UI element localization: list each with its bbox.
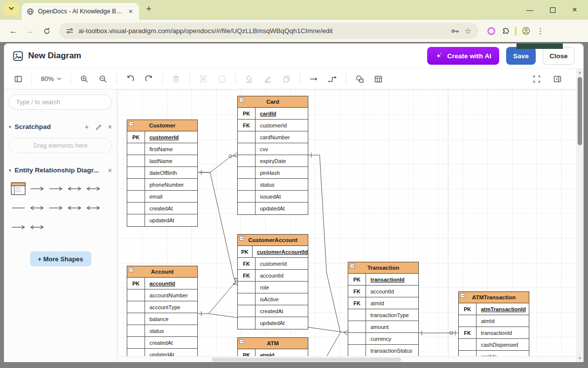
right-panel-toggle-icon[interactable] [551,73,564,85]
vertical-scrollbar-thumb[interactable] [578,77,582,145]
entity-CustomerAccount[interactable]: CustomerAccountPKcustomerAccountIdFKcust… [237,234,308,329]
more-shapes-button[interactable]: + More Shapes [30,251,91,266]
scratchpad-add-icon[interactable]: + [85,123,89,130]
entity-header[interactable]: ATMTransaction [459,292,529,303]
entity-row[interactable]: PKtransactionId [348,274,418,286]
palette-shape-arrow-r[interactable] [9,217,28,237]
entity-row[interactable]: phoneNumber [127,179,197,191]
erd-section-header[interactable]: ▾ Entity Relationship Diagr... × [9,166,112,174]
entity-header[interactable]: Customer [127,120,197,131]
scratchpad-section-header[interactable]: ▾ Scratchpad + × [9,123,112,130]
straight-connector-icon[interactable] [307,73,320,85]
palette-shape-plain[interactable] [9,198,28,217]
delete-icon[interactable] [170,73,183,85]
palette-shape-arrow-l[interactable] [84,198,103,217]
vertical-scrollbar[interactable]: ▲ ▼ [576,69,584,362]
collapse-caret-icon[interactable]: ▾ [9,168,11,173]
entity-row[interactable]: createdAt [127,203,197,214]
window-close-icon[interactable]: × [572,5,577,15]
entity-row[interactable]: accountType [127,301,197,313]
entity-header[interactable]: CustomerAccount [238,235,308,246]
puzzle-extensions-icon[interactable] [501,27,510,36]
entity-header[interactable]: Account [127,266,197,278]
line-color-icon[interactable] [261,73,274,85]
entity-Account[interactable]: AccountPKaccountIdaccountNumberaccountTy… [127,266,198,361]
reload-icon[interactable] [39,24,54,39]
palette-shape-arrow-l[interactable] [28,217,46,237]
entity-row[interactable]: updatedAt [238,317,308,329]
zoom-in-icon[interactable] [78,73,91,85]
password-key-icon[interactable] [451,28,460,35]
new-tab-button[interactable]: + [146,1,151,14]
collapse-icon[interactable] [129,122,134,126]
zoom-level-dropdown[interactable]: 80% [39,75,64,82]
entity-row[interactable]: cashDispensed [459,339,529,351]
entity-row[interactable]: amount [348,321,418,333]
entity-row[interactable]: firstName [127,143,197,155]
insert-shape-icon[interactable] [353,73,366,85]
scratchpad-dropzone[interactable]: Drag elements here [9,138,112,153]
entity-row[interactable]: FKtransactionId [459,327,529,339]
back-icon[interactable]: ← [6,24,21,39]
collapse-icon[interactable] [239,98,244,102]
save-button[interactable]: Save [506,47,536,65]
scratchpad-edit-icon[interactable] [95,123,102,130]
entity-row[interactable]: PKaccountId [127,278,197,289]
entity-row[interactable]: transactionType [348,309,418,321]
scroll-up-icon[interactable]: ▲ [578,69,582,76]
collapse-caret-icon[interactable]: ▾ [9,124,11,129]
palette-shape-arrow-l[interactable] [28,198,46,217]
entity-Customer[interactable]: CustomerPKcustomerIdfirstNamelastNamedat… [127,120,198,227]
entity-row[interactable]: isActive [238,293,308,305]
tab-close-icon[interactable]: × [127,7,134,15]
entity-header[interactable]: Card [238,96,308,108]
forward-icon[interactable]: → [23,24,37,39]
fullscreen-icon[interactable] [530,73,543,85]
entity-row[interactable]: expiryDate [238,155,308,167]
palette-shape-arrow-r[interactable] [46,198,65,217]
horizontal-scrollbar[interactable] [117,356,576,362]
entity-row[interactable]: currency [348,333,418,345]
entity-row[interactable]: accountNumber [127,289,197,301]
palette-shape-arrow-r[interactable] [46,179,65,198]
entity-row[interactable]: createdAt [127,337,197,349]
redo-icon[interactable] [143,73,155,85]
entity-row[interactable]: status [238,179,308,191]
entity-row[interactable]: lastName [127,155,197,167]
collapse-icon[interactable] [239,236,244,241]
search-input[interactable] [9,94,112,110]
entity-row[interactable]: PKcardId [238,108,308,120]
palette-shape-entity[interactable] [9,179,28,198]
collapse-icon[interactable] [239,339,244,344]
entity-row[interactable]: updatedAt [238,203,308,214]
minimize-icon[interactable]: — [526,6,533,14]
entity-row[interactable]: pinHash [238,167,308,179]
entity-row[interactable]: FKaccountId [238,270,308,282]
diagram-canvas[interactable]: CustomerPKcustomerIdfirstNamelastNamedat… [117,90,576,362]
palette-shape-arrow-lr[interactable] [65,198,84,217]
entity-row[interactable]: transactionStatus [348,345,418,357]
close-button[interactable]: Close [543,47,575,65]
entity-row[interactable]: FKaccountId [348,286,418,297]
entity-row[interactable]: PKcustomerAccountId [238,246,308,258]
entity-row[interactable]: cardNumber [238,131,308,143]
tab-search-button[interactable] [4,2,19,15]
entity-Card[interactable]: CardPKcardIdFKcustomerIdcardNumbercvvexp… [237,96,308,215]
elbow-connector-icon[interactable] [326,73,339,85]
entity-row[interactable]: email [127,191,197,203]
lasso-select-icon[interactable] [216,73,228,85]
horizontal-scrollbar-thumb[interactable] [212,358,401,362]
palette-shape-arrow-l[interactable] [84,179,103,198]
zoom-out-icon[interactable] [97,73,110,85]
entity-row[interactable]: createdAt [238,305,308,317]
entity-Transaction[interactable]: TransactionPKtransactionIdFKaccountIdFKa… [348,262,419,362]
browser-tab[interactable]: OpenDocs - AI Knowledge Base × [22,3,139,20]
entity-row[interactable]: FKatmId [348,297,418,309]
entity-row[interactable]: PKcustomerId [127,131,197,143]
entity-row[interactable]: cvv [238,143,308,155]
entity-row[interactable]: FKcustomerId [238,258,308,270]
collapse-icon[interactable] [129,268,134,272]
erd-section-close-icon[interactable]: × [108,167,112,174]
entity-header[interactable]: ATM [238,338,308,349]
sidebar-toggle-icon[interactable] [12,73,25,85]
